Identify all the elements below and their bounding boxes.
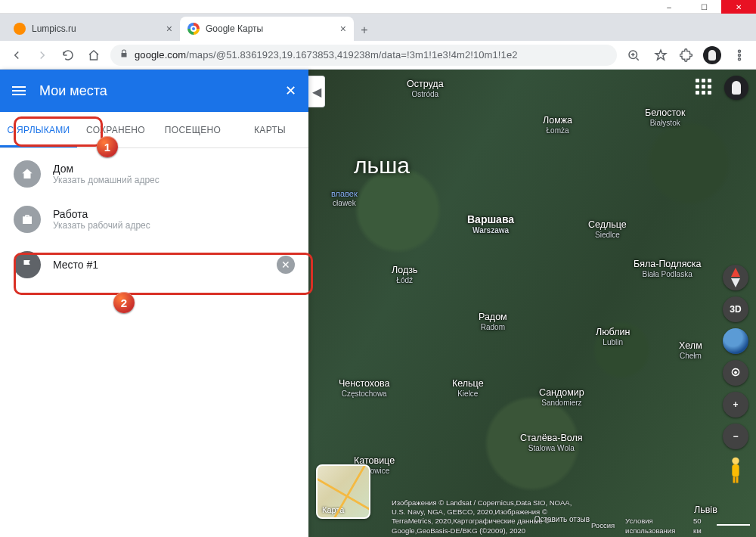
extensions-icon[interactable]	[679, 48, 694, 63]
window-minimize-button[interactable]: –	[652, 0, 686, 14]
account-avatar[interactable]	[724, 76, 748, 100]
layer-label: Карта	[322, 505, 344, 514]
content-area: Мои места ✕ С ЯРЛЫКАМИ СОХРАНЕНО ПОСЕЩЕН…	[0, 70, 756, 537]
tab-close-icon[interactable]: ×	[340, 23, 346, 35]
remove-place-button[interactable]: ✕	[277, 256, 295, 274]
favicon-google-maps-icon	[187, 23, 200, 35]
svg-rect-5	[732, 464, 739, 476]
globe-button[interactable]	[723, 328, 748, 354]
nav-home-button[interactable]	[85, 46, 103, 64]
panel-tabs: С ЯРЛЫКАМИ СОХРАНЕНО ПОСЕЩЕНО КАРТЫ	[0, 112, 308, 148]
zoom-out-button[interactable]: −	[723, 424, 748, 449]
flag-icon	[14, 251, 41, 278]
city-siedlce[interactable]: СедльцеSiedlce	[588, 219, 627, 239]
attribution: Изображения © Landsat / Copernicus,Data …	[392, 498, 750, 535]
place-title: Дом	[53, 163, 160, 175]
place-item-work[interactable]: Работа Указать рабочий адрес	[0, 197, 308, 242]
window-titlebar: – ☐ ✕	[0, 0, 756, 14]
home-icon	[14, 160, 41, 188]
panel-header: Мои места ✕	[0, 70, 308, 112]
svg-point-2	[739, 54, 741, 56]
zoom-in-button[interactable]: +	[723, 392, 748, 417]
browser-toolbar: google.com/maps/@51.8361923,19.1673853,4…	[0, 41, 756, 70]
bookmark-star-icon[interactable]	[652, 46, 670, 64]
callout-2-badge: 2	[113, 292, 135, 313]
briefcase-icon	[14, 206, 41, 233]
lock-icon	[119, 48, 129, 61]
map-top-controls	[696, 76, 748, 100]
place-subtitle: Указать домашний адрес	[53, 175, 160, 185]
browser-menu-button[interactable]	[730, 46, 748, 64]
svg-rect-6	[733, 476, 736, 483]
google-apps-icon[interactable]	[696, 79, 714, 97]
map-side-controls: 3D ⦿ + −	[723, 265, 748, 484]
city-stalowa[interactable]: Сталёва-ВоляStalowa Wola	[520, 433, 583, 452]
place-item-home[interactable]: Дом Указать домашний адрес	[0, 151, 308, 197]
city-wloclawek[interactable]: влавекcławek	[331, 189, 358, 207]
nav-forward-button[interactable]	[33, 46, 51, 64]
url-text: google.com/maps/@51.8361923,19.1673853,4…	[135, 49, 518, 61]
collapse-panel-button[interactable]: ◀	[308, 76, 325, 107]
svg-rect-7	[736, 476, 739, 483]
svg-point-3	[739, 57, 741, 60]
pegman-icon[interactable]	[725, 455, 746, 484]
tab-close-icon[interactable]: ×	[166, 23, 172, 35]
nav-reload-button[interactable]	[59, 46, 77, 64]
terms-link[interactable]: Условия использования	[625, 517, 683, 535]
favicon-lumpics-icon	[14, 23, 26, 35]
window-close-button[interactable]: ✕	[721, 0, 756, 14]
new-tab-button[interactable]: +	[354, 20, 375, 41]
city-sandomierz[interactable]: СандомирSandomierz	[539, 387, 584, 407]
layer-toggle[interactable]: Карта	[316, 464, 370, 519]
place-list: Дом Указать домашний адрес Работа Указат…	[0, 148, 308, 290]
place-subtitle: Указать рабочий адрес	[53, 220, 150, 231]
tab-labeled[interactable]: С ЯРЛЫКАМИ	[0, 112, 77, 147]
nav-back-button[interactable]	[8, 46, 26, 64]
city-biala[interactable]: Бяла-ПодляскаBiała Podlaska	[634, 259, 701, 278]
city-lomza[interactable]: ЛомжаŁomża	[543, 115, 572, 135]
panel-title: Мои места	[39, 83, 107, 99]
svg-point-1	[739, 50, 741, 52]
window-maximize-button[interactable]: ☐	[686, 0, 721, 14]
place-title: Место #1	[53, 259, 98, 271]
city-warszawa[interactable]: ВаршаваWarszawa	[467, 213, 514, 234]
tab-title: Lumpics.ru	[32, 23, 76, 34]
city-radom[interactable]: РадомRadom	[479, 312, 507, 331]
attribution-text: Изображения © Landsat / Copernicus,Data …	[392, 498, 581, 535]
city-chelm[interactable]: ХелмChełm	[679, 340, 702, 360]
panel-close-button[interactable]: ✕	[285, 82, 296, 99]
compass-button[interactable]	[723, 265, 748, 290]
map-canvas[interactable]: ◀ льша ОструдаOstróda ЛомжаŁomża Белосто…	[308, 70, 756, 537]
3d-button[interactable]: 3D	[723, 296, 748, 322]
city-lodz[interactable]: ЛодзьŁódź	[392, 265, 417, 284]
tab-title: Google Карты	[206, 23, 263, 34]
svg-point-4	[732, 458, 739, 464]
place-item-custom[interactable]: Место #1 ✕	[0, 242, 308, 287]
scale-label: 50 км	[693, 517, 706, 535]
city-ostroda[interactable]: ОструдаOstróda	[407, 79, 444, 98]
browser-tabstrip: Lumpics.ru × Google Карты × +	[0, 14, 756, 41]
city-lublin[interactable]: ЛюблинLublin	[596, 327, 630, 346]
attribution-country: Россия	[591, 521, 615, 530]
my-location-button[interactable]: ⦿	[723, 360, 748, 386]
profile-avatar[interactable]	[703, 46, 721, 64]
tab-maps[interactable]: КАРТЫ	[231, 112, 308, 147]
zoom-indicator-icon[interactable]	[624, 46, 643, 64]
menu-button[interactable]	[12, 86, 26, 95]
callout-1-badge: 1	[97, 136, 118, 157]
city-kielce[interactable]: КельцеKielce	[452, 378, 484, 398]
city-bialystok[interactable]: БелостокBiałystok	[645, 107, 685, 127]
country-label: льша	[354, 153, 410, 178]
place-title: Работа	[53, 208, 150, 220]
browser-tab-lumpics[interactable]: Lumpics.ru ×	[6, 17, 180, 41]
tab-visited[interactable]: ПОСЕЩЕНО	[154, 112, 231, 147]
my-places-panel: Мои места ✕ С ЯРЛЫКАМИ СОХРАНЕНО ПОСЕЩЕН…	[0, 70, 308, 537]
browser-tab-google-maps[interactable]: Google Карты ×	[180, 17, 354, 41]
city-czestochowa[interactable]: ЧенстоховаCzęstochowa	[339, 378, 389, 398]
address-bar[interactable]: google.com/maps/@51.8361923,19.1673853,4…	[110, 45, 617, 66]
scale-bar	[717, 524, 750, 526]
